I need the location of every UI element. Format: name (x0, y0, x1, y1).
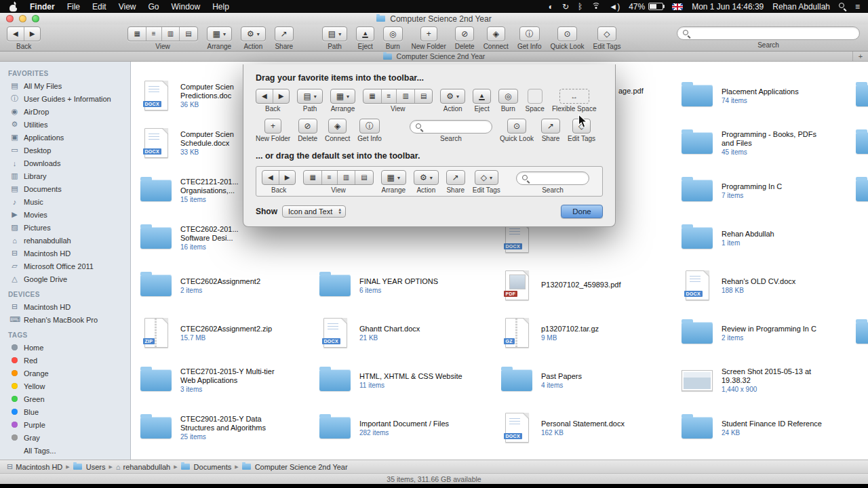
file-item[interactable]: Placement Applications74 items (677, 72, 855, 119)
file-item[interactable]: PDFP13207102_459893.pdf (497, 262, 675, 309)
action-button[interactable]: ⚙▾ (241, 26, 266, 41)
spotlight-icon[interactable] (839, 3, 846, 10)
view-coverflow-icon[interactable]: ▤ (355, 171, 372, 184)
sidebar-item-gray[interactable]: Gray (0, 431, 130, 444)
view-button[interactable]: ▦≡▥▤ (363, 89, 433, 104)
view-coverflow-icon[interactable]: ▤ (180, 27, 197, 41)
sidebar-item-utilities[interactable]: ⚙Utilities (0, 118, 130, 131)
file-item[interactable]: Programming In C7 items (677, 167, 855, 214)
sidebar-item-macintosh-hd[interactable]: ⊟Macintosh HD (0, 300, 130, 313)
menu-go[interactable]: Go (142, 2, 165, 12)
sidebar-item-rehan-s-macbook-pro[interactable]: ⌨Rehan's MacBook Pro (0, 313, 130, 326)
delete-button[interactable]: ⊘ (298, 119, 317, 134)
show-mode-select[interactable]: Icon and Text ▲▼ (282, 205, 346, 218)
file-item[interactable]: Past Papers4 items (497, 357, 675, 404)
eject-button[interactable]: ▲ (473, 89, 491, 104)
back-icon[interactable]: ◀ (256, 89, 273, 103)
battery-indicator[interactable]: 47% (629, 2, 663, 12)
sidebar-item-green[interactable]: Green (0, 392, 130, 405)
path-item-macintosh-hd[interactable]: ⊟Macintosh HD (7, 462, 62, 471)
sidebar-item-blue[interactable]: Blue (0, 405, 130, 418)
wifi-icon[interactable] (591, 3, 600, 10)
path-item-users[interactable]: Users (73, 463, 106, 471)
view-icons-icon[interactable]: ▦ (363, 89, 381, 103)
time-machine-icon[interactable]: ↻ (562, 2, 569, 12)
sidebar-item-documents[interactable]: ▤Documents (0, 182, 130, 195)
menu-edit[interactable]: Edit (86, 2, 113, 12)
view-list-icon[interactable]: ≡ (382, 89, 397, 103)
edit-tags-button[interactable]: ◇ (597, 26, 616, 41)
file-item[interactable]: Important Document / Files282 items (315, 404, 493, 451)
new-tab-button[interactable]: + (852, 52, 868, 61)
view-button[interactable]: ▦≡▥▤ (303, 170, 373, 185)
menu-window[interactable]: Window (165, 2, 207, 12)
notification-center-icon[interactable]: ≡ (855, 2, 860, 12)
file-item[interactable]: Programming - Books, PDFs and Files45 it… (677, 119, 855, 167)
sidebar-item-all-my-files[interactable]: ▤All My Files (0, 79, 130, 92)
sidebar-item-red[interactable]: Red (0, 354, 130, 367)
sidebar-item-home[interactable]: Home (0, 341, 130, 354)
back-button[interactable]: ◀▶ (256, 89, 290, 104)
sidebar-item-pictures[interactable]: ▨Pictures (0, 221, 130, 234)
file-item[interactable]: Screen Shot 2015-05-13 at 19.38.321,440 … (677, 357, 855, 404)
path-item-computer-science-2nd-year[interactable]: Computer Science 2nd Year (242, 463, 348, 471)
user-menu[interactable]: Rehan Abdullah (772, 2, 830, 12)
new-folder-button[interactable]: + (420, 26, 437, 41)
share-button[interactable]: ↗ (446, 170, 465, 185)
path-item-rehanabdullah[interactable]: ⌂rehanabdullah (116, 463, 170, 471)
close-window-button[interactable] (6, 15, 14, 22)
file-item[interactable]: Rehan Abdullah1 item (677, 214, 855, 262)
sidebar-item-orange[interactable]: Orange (0, 367, 130, 380)
clipped-folder-icon[interactable] (856, 180, 868, 201)
view-columns-icon[interactable]: ▥ (397, 89, 414, 103)
search-field[interactable] (677, 26, 860, 40)
view-columns-icon[interactable]: ▥ (162, 27, 180, 41)
quick-look-button[interactable]: ⊙ (557, 26, 576, 41)
menu-finder[interactable]: Finder (24, 2, 61, 12)
file-item[interactable]: HTML, XHTML & CSS Website11 items (315, 357, 493, 404)
sidebar-item-all-tags-[interactable]: All Tags... (0, 444, 130, 457)
file-item[interactable]: Review in Programming In C2 items (677, 309, 855, 357)
view-list-icon[interactable]: ≡ (146, 27, 162, 41)
file-item[interactable]: DOCXGhantt Chart.docx21 KB (315, 309, 493, 357)
menu-clock[interactable]: Mon 1 Jun 14:46:39 (692, 2, 764, 12)
arrange-button[interactable]: ▦▾ (207, 26, 232, 41)
file-item[interactable]: DOCXPersonal Statement.docx162 KB (497, 404, 675, 451)
action-button[interactable]: ⚙▾ (440, 89, 465, 104)
connect-button[interactable]: ◈ (328, 119, 347, 134)
forward-icon[interactable]: ▶ (279, 171, 296, 184)
burn-button[interactable]: ◎ (383, 26, 402, 41)
file-item[interactable]: Student Finance ID Reference24 KB (677, 404, 855, 451)
sidebar-item-yellow[interactable]: Yellow (0, 380, 130, 392)
get-info-button[interactable]: ⓘ (359, 119, 380, 134)
path-item-documents[interactable]: Documents (181, 463, 232, 471)
path-button[interactable]: ▤▾ (322, 26, 347, 41)
sidebar-item-purple[interactable]: Purple (0, 418, 130, 431)
clipped-folder-icon[interactable] (856, 322, 868, 344)
get-info-button[interactable]: ⓘ (519, 26, 540, 41)
file-item[interactable]: ZIPCTEC2602Assignment2.zip15.7 MB (136, 309, 314, 357)
clipped-folder-icon[interactable] (856, 85, 868, 106)
sidebar-item-microsoft-office-2011[interactable]: ▱Microsoft Office 2011 (0, 260, 130, 272)
file-item[interactable]: CTEC2602Assignment22 items (136, 262, 314, 309)
search-field[interactable] (516, 171, 589, 185)
menu-help[interactable]: Help (206, 2, 235, 12)
truncated-file-label[interactable]: age.pdf (618, 87, 644, 95)
space-button[interactable] (528, 89, 542, 104)
view-columns-icon[interactable]: ▥ (338, 171, 355, 184)
arrange-button[interactable]: ▦▾ (381, 170, 406, 185)
file-item[interactable]: FINAL YEAR OPTIONS6 items (315, 262, 493, 309)
sidebar-item-macintosh-hd[interactable]: ⊟Macintosh HD (0, 247, 130, 260)
share-button[interactable]: ↗ (541, 119, 560, 134)
minimize-window-button[interactable] (19, 15, 26, 22)
back-button[interactable]: ◀▶ (7, 26, 41, 41)
search-field[interactable] (410, 120, 492, 134)
sidebar-item-google-drive[interactable]: △Google Drive (0, 272, 130, 285)
back-button[interactable]: ◀▶ (262, 170, 296, 185)
view-button[interactable]: ▦≡▥▤ (127, 26, 197, 41)
forward-icon[interactable]: ▶ (24, 27, 41, 41)
display-icon[interactable]: ◐ (549, 2, 553, 12)
file-item[interactable]: GZp13207102.tar.gz9 MB (497, 309, 675, 357)
back-icon[interactable]: ◀ (262, 171, 279, 184)
view-icons-icon[interactable]: ▦ (128, 27, 146, 41)
